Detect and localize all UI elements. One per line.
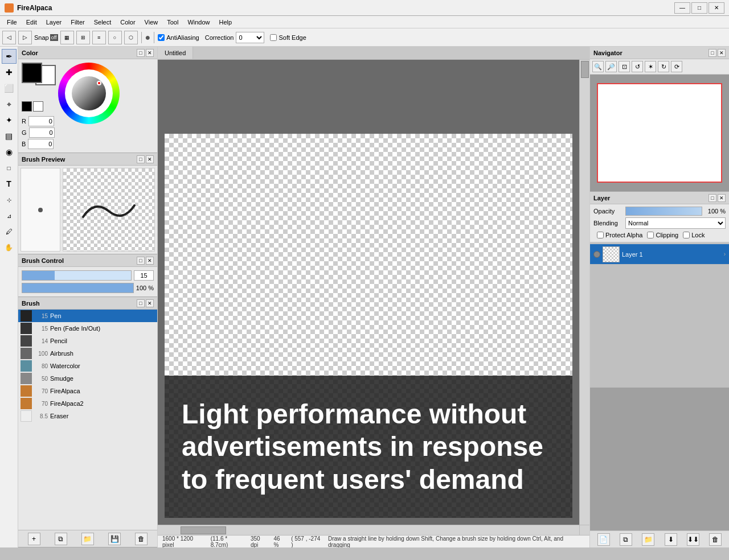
toolbar-forward-btn[interactable]: ▷ bbox=[18, 31, 32, 44]
menu-select[interactable]: Select bbox=[89, 18, 116, 27]
color-panel-close-btn[interactable]: ✕ bbox=[146, 49, 154, 57]
brush-delete-btn[interactable]: 🗑 bbox=[135, 533, 148, 545]
navigator-close-btn[interactable]: ✕ bbox=[718, 49, 726, 57]
brush-item-firealpaca[interactable]: 70 FireAlpaca bbox=[18, 385, 157, 397]
swatch-black[interactable] bbox=[22, 101, 32, 112]
color-wheel-wrapper[interactable] bbox=[58, 63, 120, 124]
nav-rotate-ccw-btn[interactable]: ↺ bbox=[632, 61, 643, 72]
brush-item-pen[interactable]: 15 Pen bbox=[18, 310, 157, 322]
brush-panel-close-btn[interactable]: ✕ bbox=[146, 299, 154, 307]
close-button[interactable]: ✕ bbox=[708, 2, 724, 14]
brush-preview-close-btn[interactable]: ✕ bbox=[146, 155, 154, 163]
clipping-checkbox[interactable] bbox=[647, 232, 654, 238]
brush-panel-float-btn[interactable]: □ bbox=[137, 299, 145, 307]
nav-fit-btn[interactable]: ⊡ bbox=[619, 61, 630, 72]
b-input[interactable] bbox=[28, 139, 54, 149]
antialias-checkbox[interactable] bbox=[158, 34, 165, 41]
layer-copy-btn[interactable]: ⧉ bbox=[620, 533, 632, 546]
layer-blend-select[interactable]: Normal Multiply Screen Overlay bbox=[625, 217, 726, 229]
menu-file[interactable]: File bbox=[2, 18, 22, 27]
menu-color[interactable]: Color bbox=[116, 18, 140, 27]
maximize-button[interactable]: □ bbox=[691, 2, 707, 14]
brush-save-btn[interactable]: 💾 bbox=[108, 533, 121, 545]
canvas-vscrollbar[interactable] bbox=[579, 60, 589, 525]
eyedropper-btn[interactable]: 🖊 bbox=[2, 224, 17, 239]
canvas-drawing-area[interactable]: Light performance without advertisements… bbox=[165, 134, 572, 518]
brush-control-close-btn[interactable]: ✕ bbox=[146, 257, 154, 265]
fg-color-swatch[interactable] bbox=[22, 63, 42, 83]
layer-vis-1[interactable] bbox=[593, 251, 600, 258]
g-input[interactable] bbox=[29, 127, 55, 138]
menu-tool[interactable]: Tool bbox=[162, 18, 183, 27]
layer-panel-close-btn[interactable]: ✕ bbox=[718, 194, 726, 202]
canvas-hscrollbar[interactable] bbox=[158, 525, 579, 535]
nav-zoom-out-btn[interactable]: 🔎 bbox=[605, 61, 617, 72]
brush-item-pencil[interactable]: 14 Pencil bbox=[18, 335, 157, 347]
brush-copy-btn[interactable]: ⧉ bbox=[55, 533, 67, 545]
toolbar-back-btn[interactable]: ◁ bbox=[2, 31, 16, 44]
nav-zoom-in-btn[interactable]: 🔍 bbox=[592, 61, 604, 72]
brush-folder-btn[interactable]: 📁 bbox=[81, 533, 94, 545]
color-wheel-hue[interactable] bbox=[58, 63, 120, 124]
menu-filter[interactable]: Filter bbox=[66, 18, 89, 27]
lasso-btn[interactable]: ⌖ bbox=[2, 97, 17, 112]
color-panel-float-btn[interactable]: □ bbox=[137, 49, 145, 57]
magic-wand-btn[interactable]: ✦ bbox=[2, 113, 17, 127]
layer-flatten-btn[interactable]: ⬇⬇ bbox=[687, 533, 699, 546]
menu-window[interactable]: Window bbox=[183, 18, 214, 27]
layer-item-1[interactable]: Layer 1 › bbox=[590, 244, 729, 265]
layer-folder-btn[interactable]: 📁 bbox=[642, 533, 654, 546]
menu-layer[interactable]: Layer bbox=[42, 18, 67, 27]
protect-alpha-checkbox[interactable] bbox=[597, 232, 604, 238]
swatch-white[interactable] bbox=[33, 101, 43, 112]
brush-size-input[interactable] bbox=[134, 270, 154, 281]
brush-control-float-btn[interactable]: □ bbox=[137, 257, 145, 265]
brush-opacity-slider[interactable] bbox=[22, 283, 134, 293]
nav-flip-btn[interactable]: ✶ bbox=[645, 61, 656, 72]
brush-item-pen-fade[interactable]: 15 Pen (Fade In/Out) bbox=[18, 322, 157, 335]
correction-btn[interactable]: ⊿ bbox=[2, 208, 17, 223]
nav-reset-btn[interactable]: ⟳ bbox=[671, 61, 682, 72]
brush-item-watercolor[interactable]: 80 Watercolor bbox=[18, 360, 157, 372]
r-input[interactable] bbox=[28, 116, 54, 126]
color-saturation-box[interactable] bbox=[72, 76, 106, 110]
correction-select[interactable]: 012 bbox=[236, 32, 264, 43]
brush-item-eraser[interactable]: 8.5 Eraser bbox=[18, 410, 157, 422]
toolbar-pointer-btn[interactable]: ⬡ bbox=[124, 31, 138, 44]
pen-tool-btn[interactable]: ✒ bbox=[2, 49, 17, 64]
picker-btn[interactable]: ⊹ bbox=[2, 192, 17, 207]
select-rect-btn[interactable]: ⬜ bbox=[2, 81, 17, 96]
canvas-tab-untitled[interactable]: Untitled bbox=[158, 47, 193, 59]
minimize-button[interactable]: — bbox=[674, 2, 690, 14]
menu-view[interactable]: View bbox=[140, 18, 163, 27]
brush-size-slider[interactable] bbox=[22, 270, 132, 281]
brush-item-smudge[interactable]: 50 Smudge bbox=[18, 372, 157, 385]
menu-edit[interactable]: Edit bbox=[22, 18, 42, 27]
brush-item-airbrush[interactable]: 100 Airbrush bbox=[18, 347, 157, 360]
move-tool-btn[interactable]: ✚ bbox=[2, 65, 17, 80]
layer-add-btn[interactable]: 📄 bbox=[597, 533, 610, 546]
lock-checkbox[interactable] bbox=[683, 232, 690, 238]
brush-item-firealpaca2[interactable]: 70 FireAlpaca2 bbox=[18, 397, 157, 410]
nav-rotate-cw-btn[interactable]: ↻ bbox=[658, 61, 669, 72]
menu-help[interactable]: Help bbox=[215, 18, 237, 27]
layer-merge-btn[interactable]: ⬇ bbox=[665, 533, 677, 546]
toolbar-grid2-btn[interactable]: ⊞ bbox=[76, 31, 90, 44]
canvas-viewport[interactable]: Light performance without advertisements… bbox=[158, 60, 589, 535]
vscrollbar-thumb[interactable] bbox=[581, 61, 589, 78]
hand-btn[interactable]: ✋ bbox=[2, 240, 17, 255]
text-btn[interactable]: T bbox=[2, 176, 17, 191]
soft-edge-checkbox[interactable] bbox=[270, 34, 277, 41]
toolbar-circle-btn[interactable]: ○ bbox=[108, 31, 122, 44]
layer-opacity-slider[interactable] bbox=[625, 207, 702, 216]
shape-btn[interactable]: □ bbox=[2, 160, 17, 175]
layer-panel-float-btn[interactable]: □ bbox=[708, 194, 716, 202]
navigator-float-btn[interactable]: □ bbox=[708, 49, 716, 57]
brush-add-btn[interactable]: + bbox=[28, 533, 40, 545]
layer-delete-btn[interactable]: 🗑 bbox=[709, 533, 722, 546]
toolbar-grid1-btn[interactable]: ▦ bbox=[60, 31, 74, 44]
fill-btn[interactable]: ◉ bbox=[2, 145, 17, 159]
toolbar-lines-btn[interactable]: ≡ bbox=[92, 31, 106, 44]
gradient-btn[interactable]: ▤ bbox=[2, 129, 17, 143]
hscrollbar-thumb[interactable] bbox=[181, 526, 226, 534]
